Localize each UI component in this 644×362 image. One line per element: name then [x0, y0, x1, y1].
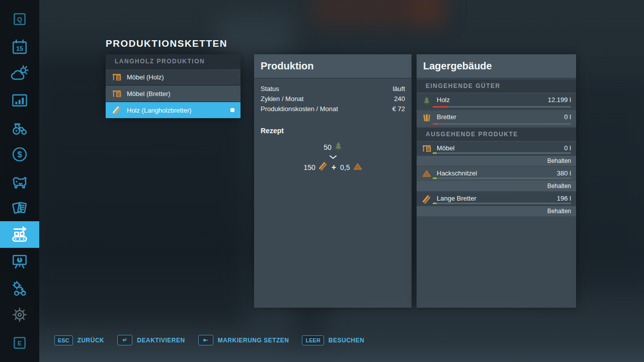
furniture-icon	[422, 145, 432, 152]
chain-item-label: Holz (Langholzbretter)	[127, 107, 192, 114]
sidebar-item-finances[interactable]	[0, 88, 39, 113]
hotkey-bar: ESC ZURÜCK ↵ DEAKTIVIEREN ⇤ MARKIERUNG S…	[54, 335, 364, 345]
sidebar-item-map-key[interactable]: Q	[0, 7, 39, 31]
settings-gear-icon	[10, 305, 29, 324]
long-boards-icon	[112, 106, 122, 115]
good-amount: 196 l	[557, 195, 571, 202]
production-row-status: Statusläuft	[261, 83, 405, 94]
output-mode-behalten[interactable]: Behalten	[417, 206, 576, 216]
svg-text:$: $	[17, 150, 22, 159]
set-marker-button[interactable]: ⇤ MARKIERUNG SETZEN	[198, 335, 289, 345]
q-key-icon: Q	[11, 11, 28, 28]
bar-chart-icon	[11, 92, 29, 110]
space-key-icon: LEER	[302, 335, 324, 345]
woodchips-icon	[353, 163, 362, 171]
esc-key-icon: ESC	[54, 335, 73, 345]
recipe-output: 150 + 0,5	[303, 162, 362, 172]
good-label: Hackschnitzel	[437, 169, 477, 177]
good-amount: 12.199 l	[548, 96, 571, 104]
output-mode-behalten[interactable]: Behalten	[417, 156, 576, 166]
deactivate-button[interactable]: ↵ DEAKTIVIEREN	[117, 335, 185, 345]
documents-icon	[10, 199, 29, 218]
chain-list-header: LANGHOLZ PRODUKTION	[106, 54, 240, 68]
costs-value: € 72	[392, 105, 405, 113]
sidebar-item-workshop[interactable]	[0, 277, 39, 301]
tree-icon	[422, 97, 432, 105]
outgoing-products-header: AUSGEHENDE PRODUKTE	[417, 128, 576, 141]
svg-text:15: 15	[16, 45, 23, 52]
sidebar-item-animals[interactable]	[0, 170, 39, 194]
fill-level-bar	[433, 106, 571, 108]
fill-level-bar	[433, 152, 571, 154]
chain-item-moebel-bretter[interactable]: Möbel (Bretter)	[106, 85, 240, 102]
dollar-icon: $	[11, 145, 29, 163]
furniture-icon	[112, 90, 122, 98]
incoming-row-bretter: Bretter 0 l	[417, 111, 576, 127]
fill-level-bar	[433, 123, 571, 125]
good-amount: 380 l	[557, 169, 571, 177]
storage-panel-title: Lagergebäude	[417, 54, 576, 78]
sidebar-item-settings[interactable]	[0, 303, 39, 327]
long-boards-icon	[318, 162, 328, 172]
sidebar-item-production-chains[interactable]	[0, 221, 39, 248]
long-boards-icon	[422, 195, 432, 204]
storage-panel: Lagergebäude EINGEHENDE GÜTER Holz 12.19…	[417, 54, 576, 308]
woodchips-icon	[422, 170, 432, 177]
chain-item-holz-langholzbretter[interactable]: Holz (Langholzbretter)	[106, 102, 240, 118]
good-label: Bretter	[437, 113, 456, 121]
presentation-chart-icon	[10, 252, 29, 272]
sidebar-item-money[interactable]: $	[0, 142, 39, 166]
plus-sign: +	[332, 163, 336, 172]
good-amount: 0 l	[564, 113, 571, 121]
incoming-goods-header: EINGEHENDE GÜTER	[417, 79, 576, 93]
tree-icon	[335, 142, 342, 152]
production-chain-list: LANGHOLZ PRODUKTION Möbel (Holz) Möbel (…	[106, 54, 240, 118]
furniture-icon	[112, 73, 122, 81]
production-panel: Produktion Statusläuft Zyklen / Monat240…	[254, 54, 412, 308]
cycles-value: 240	[394, 95, 405, 103]
production-panel-title: Produktion	[254, 54, 412, 78]
status-value: läuft	[392, 85, 405, 93]
chain-item-moebel-holz[interactable]: Möbel (Holz)	[106, 69, 240, 85]
good-label: Möbel	[437, 144, 454, 152]
visit-button[interactable]: LEER BESUCHEN	[302, 335, 364, 345]
cow-icon	[10, 172, 29, 192]
outgoing-row-lange-bretter[interactable]: Lange Bretter 196 l Behalten	[417, 192, 576, 216]
chain-item-label: Möbel (Holz)	[127, 73, 164, 81]
recipe-block: 50 150 + 0,5	[254, 142, 412, 172]
incoming-row-holz: Holz 12.199 l	[417, 94, 576, 110]
recipe-heading: Rezept	[261, 127, 405, 135]
active-marker-dot	[230, 108, 234, 112]
enter-key-icon: ↵	[117, 335, 132, 345]
svg-text:E: E	[18, 339, 22, 347]
fill-level-bar	[433, 203, 571, 204]
sidebar-item-statistics[interactable]	[0, 250, 39, 274]
output-mode-behalten[interactable]: Behalten	[417, 181, 576, 191]
good-amount: 0 l	[564, 144, 571, 152]
menu-sidebar: Q 15	[0, 0, 39, 362]
sidebar-item-contracts[interactable]	[0, 196, 39, 220]
calendar-icon: 15	[11, 38, 29, 56]
chain-item-label: Möbel (Bretter)	[127, 90, 171, 98]
production-row-cycles: Zyklen / Monat240	[261, 94, 405, 104]
sidebar-item-vehicles[interactable]	[0, 116, 39, 140]
production-chain-icon	[10, 225, 30, 245]
weather-icon	[10, 64, 29, 83]
sidebar-item-calendar[interactable]: 15	[0, 35, 39, 59]
tab-key-icon: ⇤	[198, 335, 213, 345]
page-title: PRODUKTIONSKETTEN	[106, 38, 227, 49]
outgoing-row-moebel[interactable]: Möbel 0 l Behalten	[417, 142, 576, 166]
svg-text:Q: Q	[17, 16, 22, 23]
good-label: Holz	[437, 96, 450, 104]
tractor-icon	[10, 118, 29, 137]
production-row-costs: Produktionskosten / Monat€ 72	[261, 104, 405, 114]
sidebar-item-e-key[interactable]: E	[0, 331, 39, 355]
sidebar-item-weather[interactable]	[0, 61, 39, 85]
outgoing-row-hackschnitzel[interactable]: Hackschnitzel 380 l Behalten	[417, 167, 576, 191]
back-button[interactable]: ESC ZURÜCK	[54, 335, 104, 345]
chevron-down-icon	[329, 155, 337, 159]
good-label: Lange Bretter	[437, 195, 476, 202]
gear-vehicle-icon	[10, 279, 29, 298]
fill-level-bar	[433, 177, 571, 179]
boards-icon	[422, 114, 432, 122]
